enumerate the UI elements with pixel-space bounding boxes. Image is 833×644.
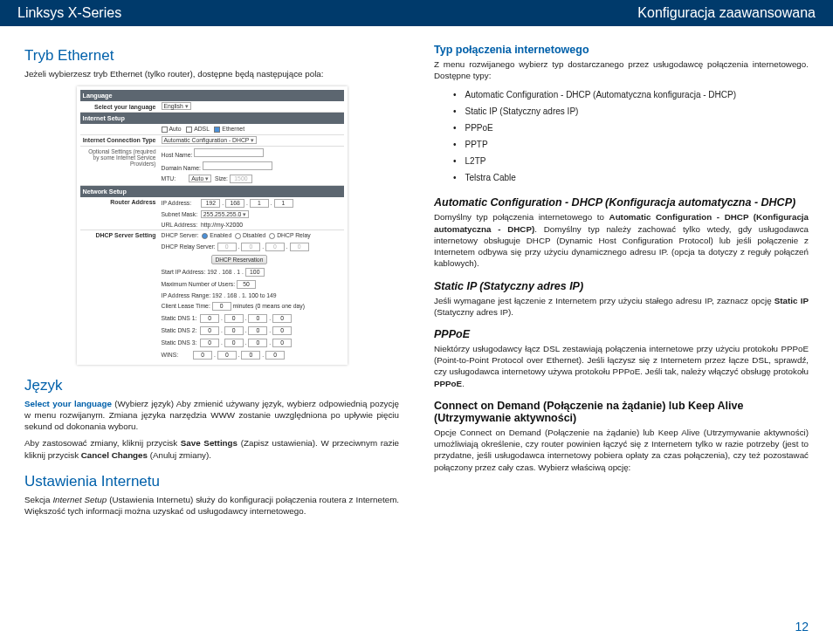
- page-number: 12: [795, 620, 809, 634]
- shot-checkbox-ethernet[interactable]: [214, 127, 220, 133]
- para-typ: Z menu rozwijanego wybierz typ dostarcza…: [434, 58, 809, 81]
- shot-sec-network: Network Setup: [80, 186, 344, 197]
- shot-lbl-dns2: Static DNS 2:: [162, 327, 197, 333]
- txt-ustb: Internet Setup: [52, 495, 107, 504]
- txt-j2d: Cancel Changes: [81, 450, 148, 460]
- para-pppoe: Niektórzy usługodawcy łącz DSL zestawiaj…: [434, 343, 809, 389]
- list-item: PPPoE: [453, 120, 809, 136]
- list-item: L2TP: [453, 153, 809, 169]
- shot-input-domainname[interactable]: [203, 161, 272, 170]
- para-connect: Opcje Connect on Demand (Połączenie na ż…: [434, 427, 809, 473]
- heading-dhcp: Automatic Configuration - DHCP (Konfigur…: [434, 196, 809, 209]
- shot-lbl-dhcpset: DHCP Server Setting: [80, 230, 159, 361]
- shot-dns1-1[interactable]: 0: [224, 314, 244, 323]
- shot-opt-disabled: Disabled: [243, 232, 265, 238]
- shot-lbl-lease-suffix: minutes (0 means one day): [233, 303, 305, 309]
- shot-lbl-iprange: IP Address Range:: [162, 292, 211, 298]
- shot-dns2-0[interactable]: 0: [200, 326, 219, 335]
- txt-ppb: PPPoE: [434, 379, 462, 388]
- shot-ip-3[interactable]: 1: [274, 199, 293, 208]
- shot-select-conntype[interactable]: Automatic Configuration - DHCP: [162, 136, 258, 144]
- list-item: PPTP: [453, 136, 809, 153]
- shot-lbl-dhcpserver: DHCP Server:: [162, 232, 199, 238]
- shot-select-subnet[interactable]: 255.255.255.0: [201, 210, 249, 218]
- right-column: Typ połączenia internetowego Z menu rozw…: [434, 35, 809, 522]
- shot-lbl-dns1: Static DNS 1:: [162, 315, 197, 321]
- shot-dns2-3[interactable]: 0: [272, 326, 292, 335]
- shot-input-hostname[interactable]: [194, 148, 264, 157]
- shot-dns3-2[interactable]: 0: [248, 339, 267, 347]
- shot-wins-1[interactable]: 0: [217, 351, 237, 360]
- shot-lbl-hostname: Host Name:: [162, 152, 193, 158]
- list-item: Static IP (Statyczny adres IP): [453, 103, 809, 120]
- shot-lbl-size: Size:: [215, 175, 228, 182]
- shot-dns3-1[interactable]: 0: [224, 339, 244, 347]
- txt-j2b: Save Settings: [181, 438, 238, 448]
- shot-relay-1[interactable]: 0: [241, 243, 260, 251]
- shot-opt-auto: Auto: [169, 126, 182, 132]
- page-header: Linksys X-Series Konfiguracja zaawansowa…: [0, 0, 833, 26]
- shot-ip-2[interactable]: 1: [250, 199, 269, 208]
- txt-statb: Static IP: [774, 296, 809, 305]
- shot-lbl-lease: Client Lease Time:: [162, 303, 210, 309]
- connection-type-list: Automatic Configuration - DHCP (Automaty…: [434, 86, 809, 186]
- para-jezyk-2: Aby zastosować zmiany, kliknij przycisk …: [24, 437, 399, 460]
- shot-opt-relay: DHCP Relay: [277, 232, 310, 238]
- shot-val-startip-prefix: 192 . 168 . 1 .: [207, 269, 244, 275]
- shot-radio-relay[interactable]: [269, 233, 275, 239]
- shot-lbl-dns3: Static DNS 3:: [162, 339, 197, 346]
- shot-input-lease[interactable]: 0: [212, 302, 231, 311]
- heading-pppoe: PPPoE: [434, 328, 809, 340]
- header-left: Linksys X-Series: [17, 5, 121, 21]
- shot-dns1-0[interactable]: 0: [200, 314, 219, 323]
- left-column: Tryb Ethernet Jeżeli wybierzesz tryb Eth…: [24, 35, 399, 522]
- shot-input-startip[interactable]: 100: [245, 268, 265, 277]
- shot-wins-0[interactable]: 0: [193, 351, 212, 360]
- txt-j2a: Aby zastosować zmiany, kliknij przycisk: [24, 438, 181, 448]
- shot-dns1-3[interactable]: 0: [272, 314, 292, 323]
- shot-relay-3[interactable]: 0: [290, 243, 309, 251]
- list-item: Automatic Configuration - DHCP (Automaty…: [453, 86, 809, 103]
- shot-wins-3[interactable]: 0: [265, 351, 285, 360]
- shot-dns3-3[interactable]: 0: [272, 339, 292, 347]
- shot-lbl-domainname: Domain Name:: [162, 165, 201, 171]
- shot-lbl-selectlang: Select your language: [80, 101, 159, 113]
- shot-relay-0[interactable]: 0: [217, 243, 237, 251]
- shot-radio-enabled[interactable]: [202, 233, 208, 239]
- shot-checkbox-auto[interactable]: [162, 127, 168, 133]
- shot-input-maxusers[interactable]: 50: [237, 280, 256, 289]
- shot-lbl-optional: Optional Settings (required by some Inte…: [80, 147, 159, 186]
- shot-lbl-url: URL Address:: [162, 222, 198, 228]
- txt-ppa: Niektórzy usługodawcy łącz DSL zestawiaj…: [434, 344, 809, 376]
- para-dhcp: Domyślny typ połączenia internetowego to…: [434, 211, 809, 269]
- shot-btn-reservation[interactable]: DHCP Reservation: [211, 255, 268, 264]
- shot-ip-1[interactable]: 168: [225, 199, 244, 208]
- shot-relay-2[interactable]: 0: [265, 243, 285, 251]
- shot-opt-adsl: ADSL: [194, 126, 210, 132]
- shot-ip-0[interactable]: 192: [201, 199, 220, 208]
- heading-connect-demand: Connect on Demand (Połączenie na żądanie…: [434, 400, 809, 424]
- txt-dhcpa: Domyślny typ połączenia internetowego to: [434, 212, 609, 222]
- shot-input-mtu-size[interactable]: 1500: [230, 175, 252, 183]
- shot-wins-2[interactable]: 0: [241, 351, 260, 360]
- heading-tryb-ethernet: Tryb Ethernet: [24, 47, 399, 65]
- para-static: Jeśli wymagane jest łączenie z Internete…: [434, 295, 809, 318]
- shot-sec-internet: Internet Setup: [80, 113, 344, 124]
- shot-dns2-1[interactable]: 0: [224, 326, 244, 335]
- shot-radio-disabled[interactable]: [235, 233, 241, 239]
- txt-ppc: .: [462, 379, 465, 388]
- txt-statc: (Statyczny adres IP).: [434, 307, 513, 317]
- header-right: Konfiguracja zaawansowana: [637, 5, 816, 21]
- shot-checkbox-adsl[interactable]: [186, 127, 192, 133]
- page-body: Tryb Ethernet Jeżeli wybierzesz tryb Eth…: [0, 26, 833, 522]
- shot-select-mtu[interactable]: Auto: [189, 175, 211, 182]
- shot-opt-enabled: Enabled: [210, 232, 231, 238]
- list-item: Telstra Cable: [453, 169, 809, 186]
- shot-dns1-2[interactable]: 0: [248, 314, 267, 323]
- shot-dns2-2[interactable]: 0: [248, 326, 267, 335]
- router-screenshot: Language Select your language English In…: [77, 86, 348, 364]
- shot-select-language[interactable]: English: [162, 102, 191, 110]
- shot-dns3-0[interactable]: 0: [200, 339, 219, 347]
- lead-select-language: Select your language: [24, 399, 112, 408]
- shot-lbl-relaysrv: DHCP Relay Server:: [162, 243, 216, 250]
